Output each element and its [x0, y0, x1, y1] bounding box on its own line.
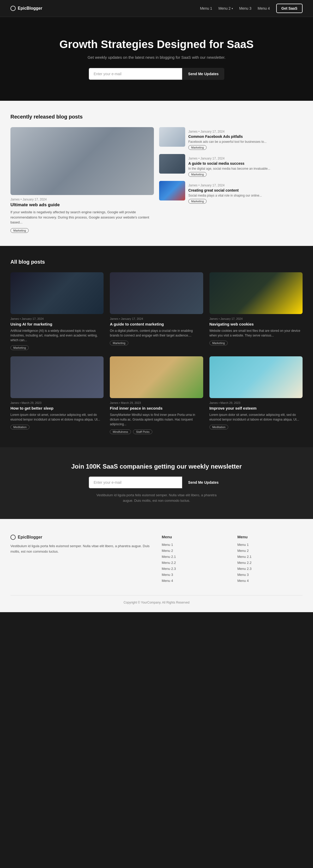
- post-card-0-tag-0[interactable]: Marketing: [10, 345, 29, 350]
- post-card-0-meta: James • January 17, 2024: [10, 317, 104, 320]
- post-card-0-title: Using AI for marketing: [10, 322, 104, 326]
- footer-menu-2-item-4[interactable]: Menu 2.3: [237, 567, 303, 571]
- hero-email-input[interactable]: [89, 68, 182, 80]
- post-card-3-title: How to get better sleep: [10, 406, 104, 410]
- footer-menu-1: Menu Menu 1 Menu 2 Menu 2.1 Menu 2.2 Men…: [162, 535, 227, 585]
- main-post-title: Ultimate web ads guide: [10, 202, 154, 208]
- footer-menu-1-item-4[interactable]: Menu 2.3: [162, 567, 227, 571]
- side-post-1-excerpt: In the digital age, social media has bec…: [188, 166, 303, 171]
- post-card-4-tag-0[interactable]: Mindfulness: [110, 429, 131, 434]
- hero-subtitle: Get weekly updates on the latest news in…: [10, 55, 303, 60]
- post-card-5-title: Improve your self esteem: [209, 406, 303, 410]
- nav-menu4[interactable]: Menu 4: [258, 6, 270, 10]
- newsletter-cta-section: Join 100K SaaS companies getting our wee…: [0, 447, 313, 519]
- side-posts: James • January 17, 2024 Common Facebook…: [159, 127, 303, 204]
- footer-menu-2-item-1[interactable]: Menu 2: [237, 549, 303, 553]
- main-post[interactable]: James • January 17, 2024 Ultimate web ad…: [10, 127, 154, 233]
- post-card-4[interactable]: James • March 29, 2023 Find inner peace …: [110, 356, 203, 434]
- footer-menu-1-item-3[interactable]: Menu 2.2: [162, 561, 227, 565]
- post-card-1-title: A guide to content marketing: [110, 322, 203, 326]
- nav-menu1[interactable]: Menu 1: [200, 6, 212, 10]
- recent-posts-grid: James • January 17, 2024 Ultimate web ad…: [10, 127, 303, 233]
- newsletter-cta-form: Send Me Updates: [89, 476, 224, 489]
- post-card-3-image: [10, 356, 104, 398]
- side-post-2-excerpt: Social media plays a vital role in shapi…: [188, 193, 303, 198]
- footer-menu-2-item-3[interactable]: Menu 2.2: [237, 561, 303, 565]
- side-post-0-title: Common Facebook Ads pitfalls: [188, 134, 303, 138]
- footer-menu-1-item-6[interactable]: Menu 4: [162, 579, 227, 583]
- footer-menu-2-item-0[interactable]: Menu 1: [237, 543, 303, 547]
- footer-menu-2-item-2[interactable]: Menu 2.1: [237, 555, 303, 559]
- footer-menu-2-item-6[interactable]: Menu 4: [237, 579, 303, 583]
- post-card-5[interactable]: James • March 29, 2023 Improve your self…: [209, 356, 303, 434]
- side-post-1-title: A guide to social media success: [188, 161, 303, 165]
- side-post-2-image: [159, 181, 185, 200]
- post-card-0-excerpt: Artificial intelligence (AI) is a widely…: [10, 329, 104, 342]
- post-card-4-title: Find inner peace in seconds: [110, 406, 203, 410]
- side-post-2-meta: James • January 17, 2024: [188, 184, 303, 187]
- side-post-0[interactable]: James • January 17, 2024 Common Facebook…: [159, 127, 303, 150]
- copyright-text: Copyright © YourCompany. All Rights Rese…: [124, 601, 189, 604]
- side-post-2-tag[interactable]: Marketing: [188, 199, 207, 204]
- chevron-down-icon: ▾: [232, 7, 233, 10]
- post-card-2-excerpt: Website cookies are small text files tha…: [209, 329, 303, 338]
- post-card-1[interactable]: James • January 17, 2024 A guide to cont…: [110, 272, 203, 350]
- post-card-3-excerpt: Lorem ipsum dolor sit amet, consectetur …: [10, 412, 104, 422]
- hero-title: Growth Strategies Designed for SaaS: [10, 38, 303, 51]
- post-card-1-meta: James • January 17, 2024: [110, 317, 203, 320]
- post-card-4-image: [110, 356, 203, 398]
- nav-menu3[interactable]: Menu 3: [239, 6, 251, 10]
- side-post-0-image: [159, 127, 185, 147]
- post-card-2-meta: James • January 17, 2024: [209, 317, 303, 320]
- side-post-1-image: [159, 154, 185, 174]
- newsletter-subscribe-button[interactable]: Send Me Updates: [182, 476, 224, 489]
- side-post-1-tag[interactable]: Marketing: [188, 172, 207, 177]
- footer-menu-1-item-2[interactable]: Menu 2.1: [162, 555, 227, 559]
- get-saas-button[interactable]: Get SaaS: [276, 4, 303, 13]
- newsletter-cta-title: Join 100K SaaS companies getting our wee…: [10, 463, 303, 470]
- main-post-image: [10, 127, 154, 195]
- post-card-3-tag-0[interactable]: Meditation: [10, 425, 30, 429]
- post-card-0[interactable]: James • January 17, 2024 Using AI for ma…: [10, 272, 104, 350]
- side-post-2[interactable]: James • January 17, 2024 Creating great …: [159, 181, 303, 204]
- main-post-meta: James • January 17, 2024: [10, 197, 154, 201]
- footer-menu-1-item-5[interactable]: Menu 3: [162, 573, 227, 577]
- logo-icon: [10, 6, 15, 11]
- hero-email-form: Send Me Updates: [89, 68, 224, 80]
- post-card-5-tag-0[interactable]: Meditation: [209, 425, 229, 429]
- footer-brand: EpicBlogger Vestibulum id ligula porta f…: [10, 535, 151, 585]
- newsletter-email-input[interactable]: [89, 476, 182, 489]
- main-post-excerpt: If your website is negatively affected b…: [10, 210, 154, 225]
- post-card-2-tag-0[interactable]: Marketing: [209, 341, 228, 345]
- main-post-tag[interactable]: Marketing: [10, 228, 29, 233]
- post-card-4-meta: James • March 29, 2023: [110, 401, 203, 404]
- post-card-1-tag-0[interactable]: Marketing: [110, 341, 128, 345]
- post-card-0-image: [10, 272, 104, 314]
- footer-description: Vestibulum id ligula porta felis euismod…: [10, 544, 151, 555]
- newsletter-disclaimer: Vestibulum id ligula porta felis euismod…: [91, 493, 222, 503]
- footer-logo[interactable]: EpicBlogger: [10, 535, 151, 540]
- post-card-2-title: Navigating web cookies: [209, 322, 303, 326]
- all-posts-title: All blog posts: [10, 259, 303, 265]
- all-posts-grid: James • January 17, 2024 Using AI for ma…: [10, 272, 303, 434]
- post-card-2[interactable]: James • January 17, 2024 Navigating web …: [209, 272, 303, 350]
- post-card-5-image: [209, 356, 303, 398]
- logo[interactable]: EpicBlogger: [10, 6, 42, 11]
- side-post-2-title: Creating great social content: [188, 188, 303, 192]
- footer-menu-1-item-0[interactable]: Menu 1: [162, 543, 227, 547]
- post-card-1-excerpt: On a digital platform, content plays a c…: [110, 329, 203, 338]
- post-card-4-tag-1[interactable]: Staff Picks: [133, 429, 152, 434]
- side-post-1[interactable]: James • January 17, 2024 A guide to soci…: [159, 154, 303, 177]
- logo-text: EpicBlogger: [18, 6, 42, 11]
- post-card-5-meta: James • March 29, 2023: [209, 401, 303, 404]
- footer-menu-1-item-1[interactable]: Menu 2: [162, 549, 227, 553]
- nav-menu2[interactable]: Menu 2 ▾: [218, 6, 233, 10]
- side-post-0-tag[interactable]: Marketing: [188, 145, 207, 150]
- hero-subscribe-button[interactable]: Send Me Updates: [182, 68, 224, 80]
- post-card-2-image: [209, 272, 303, 314]
- recent-posts-title: Recently released blog posts: [10, 114, 303, 120]
- footer: EpicBlogger Vestibulum id ligula porta f…: [0, 519, 313, 612]
- post-card-3[interactable]: James • March 29, 2023 How to get better…: [10, 356, 104, 434]
- footer-menu-2: Menu Menu 1 Menu 2 Menu 2.1 Menu 2.2 Men…: [237, 535, 303, 585]
- footer-menu-2-item-5[interactable]: Menu 3: [237, 573, 303, 577]
